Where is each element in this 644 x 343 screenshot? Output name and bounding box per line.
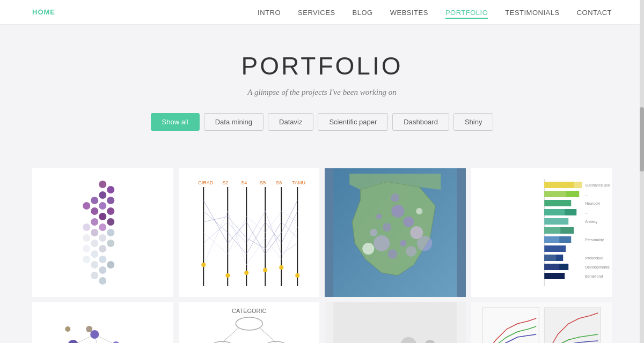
svg-line-126	[222, 328, 238, 342]
svg-point-42	[201, 263, 206, 267]
svg-point-26	[99, 266, 106, 274]
svg-text:S6: S6	[276, 180, 282, 185]
svg-point-57	[416, 208, 422, 214]
nav-item-intro[interactable]: INTRO	[258, 8, 281, 17]
svg-point-44	[244, 271, 248, 275]
svg-point-60	[406, 246, 416, 257]
filter-dataviz[interactable]: Dataviz	[268, 113, 313, 131]
nav-item-portfolio[interactable]: PORTFOLIO	[445, 8, 488, 17]
svg-rect-67	[544, 191, 566, 197]
svg-point-20	[107, 240, 114, 247]
svg-point-21	[83, 245, 90, 252]
svg-point-61	[362, 243, 374, 255]
card-parallel[interactable]: CIRAD S2 S4 S5 S6 TAMU	[179, 168, 320, 297]
svg-point-49	[391, 205, 404, 218]
nav-item-contact[interactable]: CONTACT	[577, 8, 612, 17]
svg-point-125	[236, 317, 262, 330]
parallel-viz: CIRAD S2 S4 S5 S6 TAMU	[179, 168, 320, 297]
svg-text:Neurodiv: Neurodiv	[585, 202, 601, 205]
filter-data-mining[interactable]: Data mining	[204, 113, 264, 131]
card-bubble[interactable]	[325, 302, 466, 343]
svg-rect-80	[544, 264, 559, 270]
svg-point-62	[417, 236, 432, 251]
card-network[interactable]	[32, 302, 173, 343]
nav-item-blog[interactable]: BLOG	[353, 8, 373, 17]
svg-point-9	[83, 202, 90, 210]
svg-point-55	[370, 229, 377, 236]
nav-item-testimonials[interactable]: TESTIMONIALS	[505, 8, 559, 17]
svg-point-121	[65, 326, 70, 332]
svg-line-127	[260, 328, 276, 342]
svg-text:...: ...	[585, 211, 588, 214]
svg-point-11	[99, 223, 106, 231]
svg-point-58	[376, 214, 382, 219]
nav-logo[interactable]: HOME	[32, 8, 55, 16]
scrollbar[interactable]	[640, 0, 644, 343]
svg-rect-76	[544, 245, 566, 252]
svg-point-108	[68, 340, 78, 343]
navigation: HOME INTRO SERVICES BLOG WEBSITES PORTFO…	[0, 0, 644, 25]
svg-point-10	[91, 218, 98, 226]
svg-text:TAMU: TAMU	[292, 180, 305, 185]
svg-point-51	[403, 217, 414, 227]
svg-point-18	[91, 240, 98, 247]
card-hex-uk[interactable]	[32, 168, 173, 297]
filter-show-all[interactable]: Show all	[151, 113, 200, 131]
svg-point-23	[99, 256, 106, 263]
svg-rect-73	[544, 227, 560, 234]
svg-point-24	[91, 261, 98, 269]
svg-rect-78	[544, 255, 556, 261]
svg-point-120	[86, 326, 92, 332]
svg-point-13	[91, 229, 98, 236]
line-viz: Series 1 Series 2 Series 3	[471, 302, 612, 343]
portfolio-grid: CIRAD S2 S4 S5 S6 TAMU	[0, 168, 644, 343]
filter-scientific[interactable]: Scientific paper	[318, 113, 388, 131]
svg-text:...: ...	[585, 192, 588, 196]
filter-dashboard[interactable]: Dashboard	[392, 113, 449, 131]
svg-point-0	[99, 181, 106, 188]
svg-text:...: ...	[585, 247, 588, 251]
svg-text:Intellectual: Intellectual	[585, 256, 603, 260]
nav-item-services[interactable]: SERVICES	[298, 8, 335, 17]
svg-point-29	[99, 277, 106, 285]
svg-point-46	[279, 265, 283, 270]
svg-point-5	[99, 202, 106, 210]
svg-point-22	[91, 250, 98, 258]
filter-buttons: Show all Data mining Dataviz Scientific …	[11, 113, 633, 131]
svg-rect-156	[482, 308, 539, 343]
svg-point-59	[391, 193, 399, 202]
card-decision-tree[interactable]: CATEGORIC	[179, 302, 320, 343]
card-line-chart[interactable]: Series 1 Series 2 Series 3	[471, 302, 612, 343]
svg-rect-75	[544, 236, 559, 243]
svg-rect-81	[544, 273, 565, 279]
svg-rect-68	[544, 200, 571, 206]
filter-shiny[interactable]: Shiny	[453, 113, 494, 131]
page-title: PORTFOLIO	[11, 51, 633, 80]
svg-point-12	[107, 218, 114, 226]
svg-rect-157	[544, 308, 601, 343]
svg-text:S5: S5	[260, 180, 266, 185]
card-france-map[interactable]	[325, 168, 466, 297]
svg-point-27	[107, 261, 114, 269]
card-bar-chart[interactable]: Substance use ... Neurodiv ... Anxiety P…	[471, 168, 612, 297]
bubble-viz	[325, 302, 466, 343]
hero-section: PORTFOLIO A glimpse of the projects I've…	[0, 25, 644, 168]
scrollbar-thumb[interactable]	[640, 107, 644, 172]
page-subtitle: A glimpse of the projects I've been work…	[11, 88, 633, 97]
svg-point-19	[99, 245, 106, 252]
svg-point-4	[91, 197, 98, 204]
svg-point-52	[374, 235, 390, 251]
svg-point-14	[83, 223, 90, 231]
svg-rect-70	[544, 209, 565, 215]
svg-text:S4: S4	[241, 180, 247, 185]
tree-viz: CATEGORIC	[179, 302, 320, 343]
svg-point-16	[107, 229, 114, 236]
hex-uk-viz	[32, 168, 173, 297]
nav-item-websites[interactable]: WEBSITES	[390, 8, 428, 17]
svg-point-3	[107, 197, 114, 204]
svg-point-7	[99, 213, 106, 220]
france-viz	[325, 168, 466, 297]
svg-text:Developmental: Developmental	[585, 265, 610, 270]
nav-links: INTRO SERVICES BLOG WEBSITES PORTFOLIO T…	[258, 8, 612, 17]
svg-text:Substance use: Substance use	[585, 183, 610, 187]
